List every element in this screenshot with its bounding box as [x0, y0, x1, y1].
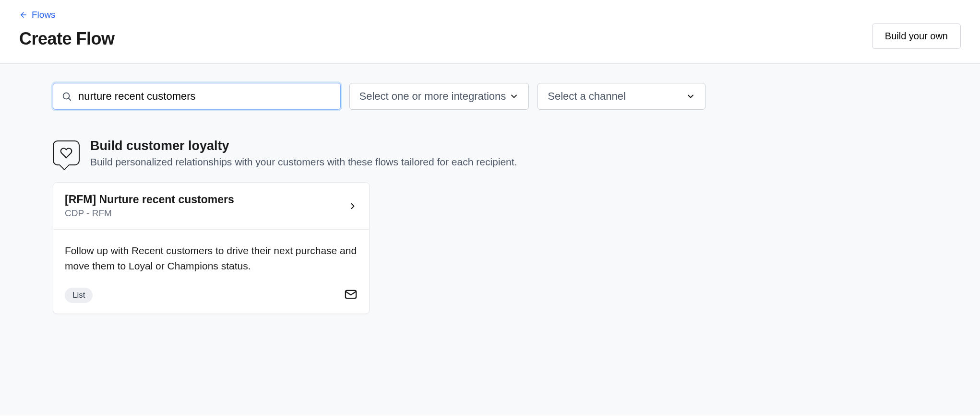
channel-placeholder: Select a channel [548, 90, 626, 103]
page-title: Create Flow [19, 29, 115, 49]
filter-row: Select one or more integrations Select a… [53, 83, 705, 110]
flow-card-header[interactable]: [RFM] Nurture recent customers CDP - RFM [53, 183, 369, 230]
integrations-select[interactable]: Select one or more integrations [349, 83, 529, 110]
content-area: Select one or more integrations Select a… [0, 64, 980, 416]
flow-card-footer: List [65, 288, 358, 303]
heart-icon [60, 147, 72, 159]
chevron-down-icon [686, 92, 695, 101]
channel-select[interactable]: Select a channel [538, 83, 705, 110]
build-your-own-button[interactable]: Build your own [872, 23, 961, 49]
chevron-down-icon [509, 92, 519, 101]
breadcrumb-flows[interactable]: Flows [19, 10, 56, 20]
chevron-right-icon [348, 201, 358, 211]
integrations-placeholder: Select one or more integrations [359, 90, 506, 103]
breadcrumb-label: Flows [32, 10, 56, 20]
flow-card-tag: List [65, 288, 93, 303]
section-description: Build personalized relationships with yo… [90, 156, 517, 168]
page-header: Flows Create Flow Build your own [0, 0, 980, 64]
flow-card-description: Follow up with Recent customers to drive… [65, 243, 358, 273]
svg-line-2 [69, 98, 71, 100]
flow-card-title: [RFM] Nurture recent customers [65, 193, 234, 206]
search-icon [61, 91, 72, 102]
mail-icon [344, 288, 358, 303]
search-wrapper [53, 83, 341, 110]
section-title: Build customer loyalty [90, 139, 517, 153]
flow-card-subtitle: CDP - RFM [65, 208, 234, 219]
flow-card: [RFM] Nurture recent customers CDP - RFM… [53, 182, 370, 314]
arrow-left-icon [19, 11, 28, 19]
flow-card-body: Follow up with Recent customers to drive… [53, 230, 369, 314]
loyalty-icon [53, 140, 80, 165]
search-input[interactable] [53, 83, 341, 110]
section-header: Build customer loyalty Build personalize… [53, 139, 705, 168]
